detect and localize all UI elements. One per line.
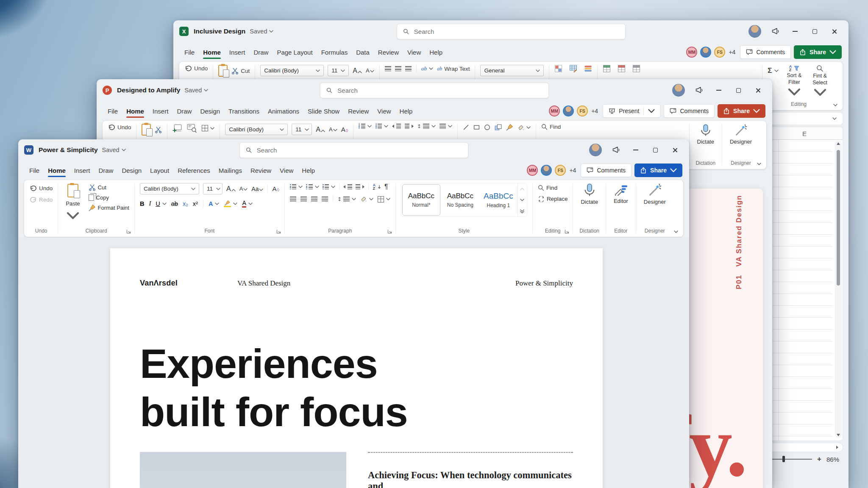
word-tab-design[interactable]: Design: [117, 161, 146, 180]
redo-button[interactable]: Redo: [30, 196, 53, 203]
collaborator-avatar-fs[interactable]: FS: [714, 47, 725, 58]
word-tab-review[interactable]: Review: [246, 161, 275, 180]
align-bottom-icon[interactable]: [405, 66, 412, 71]
powerpoint-save-status[interactable]: Saved: [184, 87, 208, 94]
designer-button[interactable]: Designer: [641, 183, 668, 205]
excel-tab-home[interactable]: Home: [199, 42, 225, 62]
ppt-tab-animations[interactable]: Animations: [264, 101, 303, 121]
delete-cells-icon[interactable]: [618, 65, 626, 72]
format-as-table-icon[interactable]: [569, 65, 577, 72]
orientation-button[interactable]: ab: [421, 65, 434, 72]
maximize-button[interactable]: [730, 84, 747, 97]
word-tab-layout[interactable]: Layout: [146, 161, 173, 180]
undo-button[interactable]: Undo: [185, 65, 208, 72]
font-size-select[interactable]: 11: [203, 183, 223, 194]
powerpoint-search-box[interactable]: [320, 83, 549, 98]
copy-button[interactable]: Copy: [89, 194, 129, 201]
superscript-button[interactable]: x²: [193, 200, 198, 207]
font-name-select[interactable]: Calibri (Body): [260, 65, 324, 76]
collaborator-avatar-fs[interactable]: FS: [555, 165, 566, 176]
borders-button[interactable]: [378, 196, 390, 202]
insert-cells-icon[interactable]: [603, 65, 611, 72]
number-format-select[interactable]: General: [480, 65, 544, 76]
slide-layout-button[interactable]: [187, 124, 197, 133]
comments-button[interactable]: Comments: [581, 164, 632, 177]
share-button[interactable]: Share: [794, 45, 842, 59]
word-tab-draw[interactable]: Draw: [94, 161, 117, 180]
document-page[interactable]: VanΛrsdel VA Shared Design Power & Simpl…: [110, 248, 603, 488]
collaborator-avatar-photo[interactable]: [563, 105, 574, 116]
ppt-tab-design[interactable]: Design: [196, 101, 224, 121]
ppt-tab-file[interactable]: File: [103, 101, 122, 121]
column-header-e[interactable]: E: [802, 127, 807, 140]
word-tab-references[interactable]: References: [173, 161, 214, 180]
whats-new-megaphone-icon[interactable]: [608, 144, 625, 156]
bullets-button[interactable]: [290, 184, 303, 189]
word-search-box[interactable]: [239, 142, 468, 158]
editing-dialog-launcher[interactable]: [565, 229, 569, 234]
text-effects-button[interactable]: A: [209, 200, 219, 207]
find-select-button[interactable]: Fint &Select: [810, 65, 830, 98]
zoom-slider-thumb[interactable]: [782, 456, 785, 462]
word-save-status[interactable]: Saved: [102, 147, 126, 153]
style-normal[interactable]: AaBbCcNormal*: [402, 184, 440, 216]
document-image-placeholder[interactable]: [140, 452, 346, 488]
word-tab-file[interactable]: File: [25, 161, 44, 180]
zoom-level[interactable]: 86%: [826, 456, 839, 463]
sort-filter-button[interactable]: AZ Sort &Filter: [785, 65, 804, 98]
format-cells-icon[interactable]: [632, 65, 640, 72]
numbering-button[interactable]: [306, 184, 319, 189]
cut-button[interactable]: [155, 126, 162, 133]
comments-button[interactable]: Comments: [664, 104, 715, 118]
paragraph-dialog-launcher[interactable]: [387, 229, 392, 234]
collaborator-avatar-mm[interactable]: MM: [686, 47, 697, 58]
arrange-icon[interactable]: [495, 124, 502, 130]
font-color-button[interactable]: A: [242, 200, 252, 208]
style-scroll-down[interactable]: [518, 194, 527, 205]
clipboard-dialog-launcher[interactable]: [126, 229, 131, 234]
excel-tab-page-layout[interactable]: Page Layout: [273, 42, 317, 62]
excel-tab-insert[interactable]: Insert: [225, 42, 250, 62]
increase-indent-button[interactable]: [356, 184, 364, 189]
ppt-tab-slide-show[interactable]: Slide Show: [303, 101, 344, 121]
cell-styles-icon[interactable]: [584, 65, 592, 72]
excel-tab-data[interactable]: Data: [352, 42, 374, 62]
grow-font-button[interactable]: A: [353, 67, 362, 75]
grow-font-button[interactable]: A: [226, 185, 236, 193]
wrap-text-button[interactable]: abWrap Text: [437, 66, 470, 72]
ribbon-collapse-chevron[interactable]: [757, 163, 761, 165]
align-center-button[interactable]: [300, 197, 307, 202]
conditional-formatting-icon[interactable]: [554, 65, 562, 72]
excel-search-box[interactable]: [397, 24, 626, 39]
word-tab-help[interactable]: Help: [298, 161, 319, 180]
excel-tab-formulas[interactable]: Formulas: [317, 42, 352, 62]
excel-tab-file[interactable]: File: [180, 42, 199, 62]
sort-button[interactable]: AZ: [373, 183, 381, 190]
undo-button[interactable]: Undo: [30, 185, 53, 192]
ppt-tab-insert[interactable]: Insert: [148, 101, 173, 121]
whats-new-megaphone-icon[interactable]: [691, 84, 708, 97]
collaborator-avatar-fs[interactable]: FS: [577, 105, 588, 116]
excel-save-status[interactable]: Saved: [250, 28, 273, 35]
clear-formatting-button[interactable]: A◊: [341, 126, 348, 133]
new-slide-button[interactable]: [172, 124, 182, 133]
style-no-spacing[interactable]: AaBbCcNo Spacing: [441, 183, 479, 216]
style-gallery-more[interactable]: [518, 205, 527, 216]
ribbon-collapse-chevron[interactable]: [833, 104, 837, 106]
subscript-button[interactable]: x₂: [183, 200, 188, 207]
line-spacing-button[interactable]: [338, 197, 356, 202]
shape-fill-button[interactable]: [517, 124, 531, 131]
style-scroll-up[interactable]: [518, 183, 527, 194]
ribbon-collapse-chevron[interactable]: [674, 230, 678, 233]
close-button[interactable]: [666, 144, 683, 156]
format-painter-button[interactable]: Format Paint: [89, 204, 129, 211]
highlight-color-button[interactable]: [224, 200, 237, 207]
designer-button[interactable]: Designer: [727, 124, 754, 145]
shrink-font-button[interactable]: A: [329, 126, 337, 133]
align-top-icon[interactable]: [385, 66, 391, 71]
collaborator-avatar-photo[interactable]: [541, 165, 552, 176]
collaborator-avatar-mm[interactable]: MM: [549, 105, 560, 116]
scroll-right-arrow[interactable]: [836, 446, 838, 449]
present-button[interactable]: Present: [603, 104, 661, 118]
ppt-tab-view[interactable]: View: [373, 101, 395, 121]
